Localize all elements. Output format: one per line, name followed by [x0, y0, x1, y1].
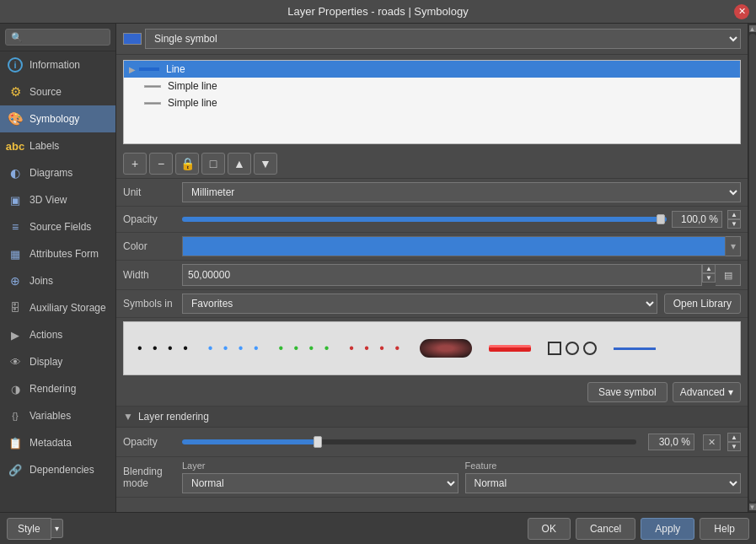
sidebar-item-dependencies[interactable]: 🔗 Dependencies	[0, 456, 115, 483]
unit-row: Unit Millimeter	[116, 179, 748, 207]
layer-opacity-handle[interactable]	[314, 436, 322, 448]
layer-opacity-up-button[interactable]: ▲	[727, 433, 741, 442]
sidebar-item-actions[interactable]: ▶ Actions	[0, 321, 115, 348]
sidebar-item-rendering[interactable]: ◑ Rendering	[0, 375, 115, 402]
width-input[interactable]	[182, 264, 702, 286]
symbol-type-row: Single symbol	[116, 24, 748, 55]
blending-feature-select[interactable]: Normal	[465, 473, 742, 493]
swatch-green-dots[interactable]: • • • •	[279, 341, 333, 356]
sidebar-item-symbology[interactable]: 🎨 Symbology	[0, 105, 115, 132]
sidebar-item-label: Diagrams	[29, 167, 72, 179]
advanced-button[interactable]: Advanced ▾	[673, 382, 741, 402]
duplicate-layer-button[interactable]: □	[201, 153, 225, 175]
layer-tree-row-simpleline1[interactable]: Simple line	[124, 78, 740, 94]
apply-button[interactable]: Apply	[641, 518, 694, 540]
scroll-down-button[interactable]: ▼	[749, 504, 756, 510]
sidebar-item-diagrams[interactable]: ◐ Diagrams	[0, 159, 115, 186]
swatch-blue-line[interactable]	[614, 347, 656, 350]
rendering-icon: ◑	[7, 380, 24, 397]
layer-opacity-track[interactable]	[182, 439, 636, 444]
style-button[interactable]: Style	[7, 518, 51, 540]
save-symbol-button[interactable]: Save symbol	[587, 382, 668, 402]
symbols-in-select[interactable]: Favorites	[182, 294, 657, 314]
sidebar-item-joins[interactable]: ⊕ Joins	[0, 267, 115, 294]
sidebar-item-display[interactable]: 👁 Display	[0, 348, 115, 375]
unit-control: Millimeter	[182, 182, 741, 202]
sidebar-item-sourcefields[interactable]: ≡ Source Fields	[0, 213, 115, 240]
title-bar: Layer Properties - roads | Symbology ✕	[0, 0, 756, 24]
actions-icon: ▶	[7, 326, 24, 343]
labels-icon: abc	[7, 137, 24, 154]
sidebar-item-label: Labels	[29, 140, 59, 152]
save-advanced-row: Save symbol Advanced ▾	[116, 379, 748, 407]
search-input[interactable]	[5, 29, 110, 46]
layer-tree-label: Simple line	[168, 97, 217, 109]
help-button[interactable]: Help	[700, 518, 749, 540]
sidebar-search-area	[0, 24, 115, 51]
sidebar-item-3dview[interactable]: ▣ 3D View	[0, 186, 115, 213]
add-layer-button[interactable]: +	[123, 153, 147, 175]
layer-tree-label: Simple line	[168, 80, 217, 92]
remove-layer-button[interactable]: −	[149, 153, 173, 175]
symbol-swatches-area: • • • • • • • • • • • • • • • •	[123, 321, 741, 375]
blending-layer-select[interactable]: Normal	[182, 473, 458, 493]
symbol-type-select[interactable]: Single symbol	[145, 29, 741, 49]
layer-tree-row-simpleline2[interactable]: Simple line	[124, 94, 740, 111]
scroll-up-button[interactable]: ▲	[749, 25, 756, 32]
swatch-circles[interactable]	[548, 342, 597, 355]
blending-feature-col: Feature Normal	[465, 461, 742, 493]
color-swatch[interactable]	[182, 236, 726, 256]
layer-rendering-section-header[interactable]: ▼ Layer rendering	[116, 407, 748, 428]
scroll-thumb[interactable]	[749, 34, 756, 502]
opacity-down-button[interactable]: ▼	[727, 219, 741, 229]
main-scrollbar[interactable]: ▲ ▼	[748, 24, 756, 512]
sidebar-item-labels[interactable]: abc Labels	[0, 132, 115, 159]
opacity-value-input[interactable]	[672, 211, 722, 228]
layer-opacity-clear-button[interactable]: ✕	[703, 434, 721, 450]
layer-tree-row-line[interactable]: ▶ Line	[124, 61, 740, 78]
ok-button[interactable]: OK	[528, 518, 571, 540]
window-title: Layer Properties - roads | Symbology	[287, 5, 468, 18]
width-down-button[interactable]: ▼	[702, 273, 716, 283]
layer-opacity-down-button[interactable]: ▼	[727, 442, 741, 451]
width-up-button[interactable]: ▲	[702, 264, 716, 273]
lock-layer-button[interactable]: 🔒	[175, 153, 199, 175]
cancel-button[interactable]: Cancel	[576, 518, 635, 540]
blending-layer-col-label: Layer	[182, 461, 458, 471]
color-row: Color ▾	[116, 233, 748, 261]
swatch-black-dots[interactable]: • • • •	[137, 341, 191, 356]
move-down-button[interactable]: ▼	[254, 153, 277, 175]
unit-select[interactable]: Millimeter	[182, 182, 741, 202]
display-icon: 👁	[7, 353, 24, 370]
opacity-control: ▲ ▼	[182, 210, 741, 229]
layer-opacity-label: Opacity	[123, 436, 175, 448]
swatch-dark-pill[interactable]	[420, 339, 472, 358]
sidebar-item-metadata[interactable]: 📋 Metadata	[0, 429, 115, 456]
symbology-icon: 🎨	[7, 110, 24, 127]
line-gray-icon	[144, 85, 161, 88]
sidebar-item-information[interactable]: i Information	[0, 51, 115, 78]
close-button[interactable]: ✕	[734, 4, 749, 19]
open-library-button[interactable]: Open Library	[664, 294, 741, 314]
color-dropdown-button[interactable]: ▾	[726, 236, 741, 256]
diagrams-icon: ◐	[7, 164, 24, 181]
width-control: ▲ ▼ ▤	[182, 264, 741, 286]
layer-opacity-value-input[interactable]	[648, 434, 694, 450]
opacity-handle[interactable]	[657, 214, 665, 224]
sidebar-item-label: Dependencies	[29, 464, 94, 476]
opacity-slider[interactable]	[182, 217, 667, 222]
move-up-button[interactable]: ▲	[228, 153, 251, 175]
style-dropdown-button[interactable]: ▾	[51, 519, 63, 538]
sidebar-item-variables[interactable]: {} Variables	[0, 402, 115, 429]
width-units-button[interactable]: ▤	[716, 264, 741, 286]
sidebar: i Information ⚙ Source 🎨 Symbology abc L…	[0, 24, 116, 512]
swatch-blue-dots[interactable]: • • • •	[208, 341, 262, 356]
color-label: Color	[123, 240, 175, 252]
sidebar-item-auxiliarystorage[interactable]: 🗄 Auxiliary Storage	[0, 294, 115, 321]
swatch-red-dots[interactable]: • • • •	[349, 341, 403, 356]
opacity-up-button[interactable]: ▲	[727, 210, 741, 219]
swatch-red-line[interactable]	[489, 345, 531, 352]
sidebar-item-attributesform[interactable]: ▦ Attributes Form	[0, 240, 115, 267]
advanced-arrow-icon: ▾	[728, 386, 733, 398]
sidebar-item-source[interactable]: ⚙ Source	[0, 78, 115, 105]
